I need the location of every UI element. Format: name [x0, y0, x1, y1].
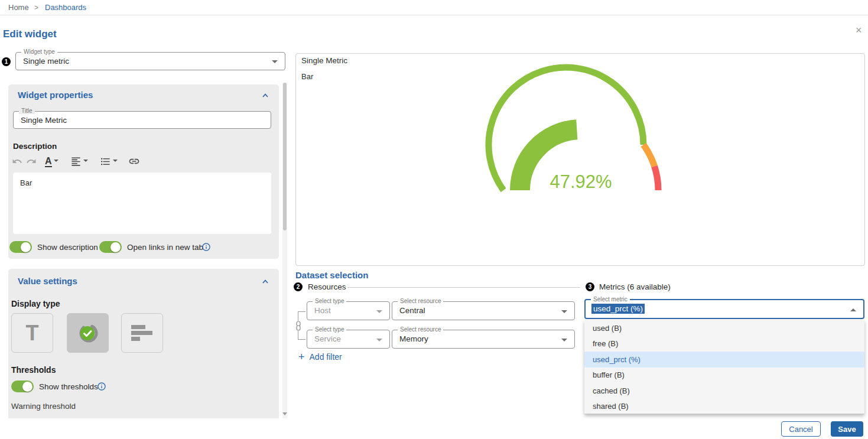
bar-display-icon — [131, 325, 154, 341]
scrollbar-down-arrow-icon[interactable] — [282, 412, 287, 415]
text-display-icon: T — [26, 321, 39, 346]
select-type-row1[interactable]: Select type Host — [307, 301, 390, 320]
open-links-info-icon[interactable] — [201, 242, 211, 252]
metric-option[interactable]: shared (B) — [584, 399, 864, 415]
select-resource-row2[interactable]: Select resource Memory — [392, 330, 575, 349]
resources-label: Resources — [308, 282, 346, 291]
metric-option[interactable]: free (B) — [584, 336, 864, 352]
thresholds-label: Thresholds — [11, 365, 56, 375]
description-label: Description — [13, 142, 57, 151]
open-links-toggle[interactable] — [99, 241, 122, 253]
show-description-label: Show description — [37, 243, 98, 252]
select-resource-row1[interactable]: Select resource Central — [392, 301, 575, 320]
dataset-selection-heading: Dataset selection — [295, 270, 368, 280]
text-color-icon[interactable]: A — [45, 156, 58, 167]
thresholds-info-icon[interactable] — [97, 382, 106, 391]
select-metric-value: used_prct (%) — [591, 304, 645, 314]
collapse-widget-properties-icon[interactable] — [262, 93, 268, 99]
widget-type-select[interactable]: Widget type Single metric — [15, 52, 285, 70]
select-resource-value: Memory — [399, 334, 428, 343]
link-icon[interactable] — [128, 155, 140, 167]
metric-option[interactable]: cached (B) — [584, 383, 864, 399]
collapse-value-settings-icon[interactable] — [262, 279, 268, 285]
description-editor[interactable]: Bar — [13, 173, 271, 234]
display-type-bar-button[interactable] — [121, 313, 163, 353]
select-metric-label: Select metric — [591, 296, 630, 303]
gauge-chart — [295, 53, 865, 266]
list-icon[interactable] — [100, 156, 118, 167]
metrics-label: Metrics (6 available) — [599, 282, 671, 291]
select-type-label: Select type — [313, 326, 346, 333]
select-type-label: Select type — [313, 298, 346, 304]
select-resource-label: Select resource — [398, 298, 443, 304]
resources-divider — [347, 287, 580, 288]
show-description-toggle[interactable] — [9, 241, 32, 253]
step-3-badge: 3 — [586, 282, 594, 291]
metric-option-selected[interactable]: used_prct (%) — [584, 352, 864, 368]
select-resource-label: Select resource — [398, 326, 443, 333]
display-type-text-button[interactable]: T — [11, 313, 53, 353]
gauge-value-label: 47.92% — [531, 171, 631, 193]
plus-icon: + — [298, 352, 305, 362]
breadcrumb-separator-icon: > — [34, 4, 38, 12]
value-settings-heading: Value settings — [18, 276, 77, 286]
page-title: Edit widget — [3, 28, 57, 40]
select-type-value: Host — [314, 306, 331, 315]
title-field-value: Single Metric — [21, 116, 67, 125]
widget-properties-heading: Widget properties — [18, 90, 93, 100]
breadcrumb-home[interactable]: Home — [8, 3, 29, 12]
link-rows-icon — [295, 321, 302, 331]
show-thresholds-toggle[interactable] — [11, 381, 34, 392]
metric-option[interactable]: buffer (B) — [584, 368, 864, 383]
step-1-badge: 1 — [2, 57, 11, 66]
show-thresholds-label: Show thresholds — [39, 382, 98, 391]
open-links-label: Open links in new tab — [127, 243, 203, 252]
add-filter-button[interactable]: + Add filter — [298, 352, 342, 362]
select-type-row2[interactable]: Select type Service — [307, 330, 390, 349]
chevron-down-icon — [376, 310, 382, 313]
description-text: Bar — [13, 173, 271, 193]
title-field[interactable]: Title Single Metric — [13, 111, 271, 129]
gauge-selected-icon — [76, 321, 100, 345]
chevron-up-icon — [850, 308, 856, 311]
chevron-down-icon — [272, 60, 278, 63]
title-field-label: Title — [19, 108, 35, 114]
edit-widget-dialog: Home > Dashboards Edit widget × 1 Widget… — [0, 0, 868, 439]
metric-options-menu: used (B) free (B) used_prct (%) buffer (… — [584, 320, 864, 414]
close-icon[interactable]: × — [856, 25, 862, 35]
widget-type-value: Single metric — [23, 57, 69, 66]
widget-type-label: Widget type — [21, 48, 57, 55]
chevron-down-icon — [376, 339, 382, 342]
metric-option[interactable]: used (B) — [584, 320, 864, 336]
select-metric-field[interactable]: Select metric used_prct (%) — [584, 299, 864, 319]
add-filter-label: Add filter — [310, 352, 342, 362]
gauge-critical-segment — [655, 167, 658, 191]
warning-threshold-label: Warning threshold — [11, 402, 76, 411]
breadcrumb: Home > Dashboards — [0, 0, 868, 15]
display-type-gauge-button[interactable] — [67, 313, 109, 353]
chevron-down-icon — [561, 310, 567, 313]
breadcrumb-dashboards[interactable]: Dashboards — [45, 3, 86, 12]
gauge-warning-segment — [643, 145, 655, 167]
step-2-badge: 2 — [294, 282, 303, 291]
select-resource-value: Central — [399, 306, 425, 315]
undo-icon[interactable] — [12, 156, 22, 167]
display-type-label: Display type — [11, 299, 60, 308]
description-toolbar: A — [12, 154, 165, 168]
save-button[interactable]: Save — [831, 421, 863, 437]
scrollbar-thumb[interactable] — [283, 83, 287, 230]
cancel-button[interactable]: Cancel — [781, 421, 821, 437]
select-type-value: Service — [314, 334, 341, 343]
align-icon[interactable] — [70, 156, 88, 167]
redo-icon[interactable] — [26, 156, 37, 167]
chevron-down-icon — [561, 339, 567, 342]
